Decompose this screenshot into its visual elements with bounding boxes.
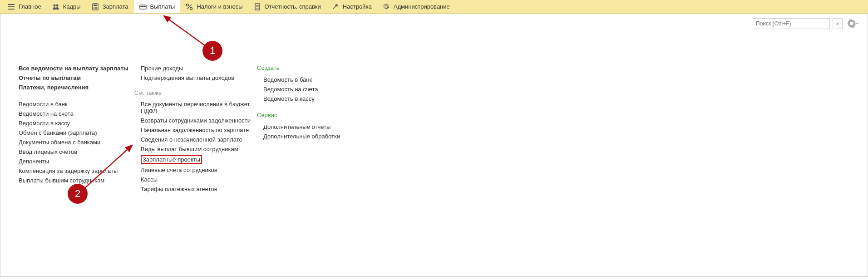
svg-point-13 xyxy=(190,7,192,10)
svg-point-7 xyxy=(94,8,94,9)
content-area: × Все ведомости на выплату зарплаты Отче… xyxy=(0,14,868,277)
svg-point-0 xyxy=(53,4,55,6)
toolbar-label: Главное xyxy=(19,3,41,10)
top-right-tools: × xyxy=(753,18,861,29)
bold-link[interactable]: Платежи, перечисления xyxy=(19,83,134,92)
create-link[interactable]: Ведомость на счета xyxy=(263,84,375,94)
create-link[interactable]: Ведомость в банк xyxy=(263,75,375,84)
svg-rect-3 xyxy=(94,5,97,6)
percent-icon xyxy=(186,3,193,10)
toolbar-label: Выплаты xyxy=(150,3,175,10)
annotation-marker-1: 1 xyxy=(202,41,222,61)
svg-point-4 xyxy=(94,7,94,8)
service-section-title: Сервис xyxy=(257,111,375,119)
bold-link[interactable]: Все ведомости на выплату зарплаты xyxy=(19,64,134,73)
toolbar-item-salary[interactable]: Зарплата xyxy=(86,0,134,13)
menu-link[interactable]: Ведомости в кассу xyxy=(19,118,134,128)
service-link[interactable]: Дополнительные обработки xyxy=(263,132,375,141)
menu-link[interactable]: Все документы перечисления в бюджет НДФЛ xyxy=(134,99,257,116)
menu-link[interactable]: Прочие доходы xyxy=(134,64,257,73)
annotation-marker-2: 2 xyxy=(68,184,88,204)
wallet-icon xyxy=(139,3,147,10)
wrench-icon xyxy=(332,3,339,10)
menu-link[interactable]: Начальная задолженность по зарплате xyxy=(134,125,257,135)
toolbar-label: Настройка xyxy=(343,3,372,10)
svg-rect-11 xyxy=(140,6,146,7)
menu-link[interactable]: Обмен с банками (зарплата) xyxy=(19,128,134,138)
column-3: Создать Ведомость в банк Ведомость на сч… xyxy=(257,64,375,276)
menu-link[interactable]: Сведения о незачисленной зарплате xyxy=(134,135,257,144)
svg-point-1 xyxy=(56,4,58,6)
service-link[interactable]: Дополнительные отчеты xyxy=(263,122,375,132)
toolbar-label: Налоги и взносы xyxy=(197,3,242,10)
menu-link[interactable]: Документы обмена с банками xyxy=(19,138,134,147)
menu-link[interactable]: Ведомости на счета xyxy=(19,109,134,118)
create-section-title: Создать xyxy=(257,64,375,72)
menu-link[interactable]: Компенсация за задержку зарплаты xyxy=(19,166,134,176)
main-toolbar: Главное Кадры Зарплата Выплаты Налоги и … xyxy=(0,0,868,14)
menu-link[interactable]: Ведомости в банк xyxy=(19,99,134,109)
svg-point-12 xyxy=(187,4,189,6)
menu-link[interactable]: Ввод лицевых счетов xyxy=(19,147,134,157)
svg-point-9 xyxy=(96,8,97,9)
highlighted-item: Зарплатные проекты xyxy=(141,155,202,164)
search-input[interactable] xyxy=(753,18,830,29)
svg-point-6 xyxy=(96,7,97,8)
toolbar-label: Зарплата xyxy=(103,3,128,10)
menu-link[interactable]: Тарифы платежных агентов xyxy=(134,184,257,194)
toolbar-label: Администрирование xyxy=(394,3,450,10)
menu-link[interactable]: Кассы xyxy=(134,175,257,184)
toolbar-item-admin[interactable]: Администрирование xyxy=(377,0,455,13)
create-link[interactable]: Ведомость в кассу xyxy=(263,94,375,103)
menu-link[interactable]: Лицевые счета сотрудников xyxy=(134,165,257,175)
svg-rect-10 xyxy=(140,5,146,9)
menu-link[interactable]: Возвраты сотрудниками задолженности xyxy=(134,116,257,125)
settings-gear-icon[interactable] xyxy=(845,19,861,28)
document-icon xyxy=(254,3,261,10)
menu-link[interactable]: Виды выплат бывшим сотрудникам xyxy=(134,144,257,154)
section-title: См. также xyxy=(134,88,257,98)
menu-link[interactable]: Подтверждения выплаты доходов xyxy=(134,73,257,83)
bold-link[interactable]: Отчеты по выплатам xyxy=(19,73,134,83)
menu-columns: Все ведомости на выплату зарплаты Отчеты… xyxy=(0,20,375,276)
column-1: Все ведомости на выплату зарплаты Отчеты… xyxy=(19,64,134,276)
calculator-icon xyxy=(92,3,99,10)
gear-icon xyxy=(383,3,390,10)
menu-link[interactable]: Депоненты xyxy=(19,157,134,166)
toolbar-item-reports[interactable]: Отчетность, справки xyxy=(248,0,326,13)
people-icon xyxy=(52,3,59,10)
toolbar-item-settings[interactable]: Настройка xyxy=(326,0,377,13)
toolbar-label: Кадры xyxy=(63,3,81,10)
toolbar-item-taxes[interactable]: Налоги и взносы xyxy=(180,0,248,13)
toolbar-item-staff[interactable]: Кадры xyxy=(47,0,86,13)
toolbar-item-main[interactable]: Главное xyxy=(2,0,47,13)
menu-icon xyxy=(8,3,15,10)
svg-line-14 xyxy=(187,5,192,9)
toolbar-item-payments[interactable]: Выплаты xyxy=(134,0,181,13)
clear-search-button[interactable]: × xyxy=(833,18,843,29)
svg-point-8 xyxy=(95,8,96,9)
column-2: Прочие доходы Подтверждения выплаты дохо… xyxy=(134,64,257,276)
svg-point-5 xyxy=(95,7,96,8)
menu-link-salary-projects[interactable]: Зарплатные проекты xyxy=(134,154,257,165)
toolbar-label: Отчетность, справки xyxy=(265,3,321,10)
